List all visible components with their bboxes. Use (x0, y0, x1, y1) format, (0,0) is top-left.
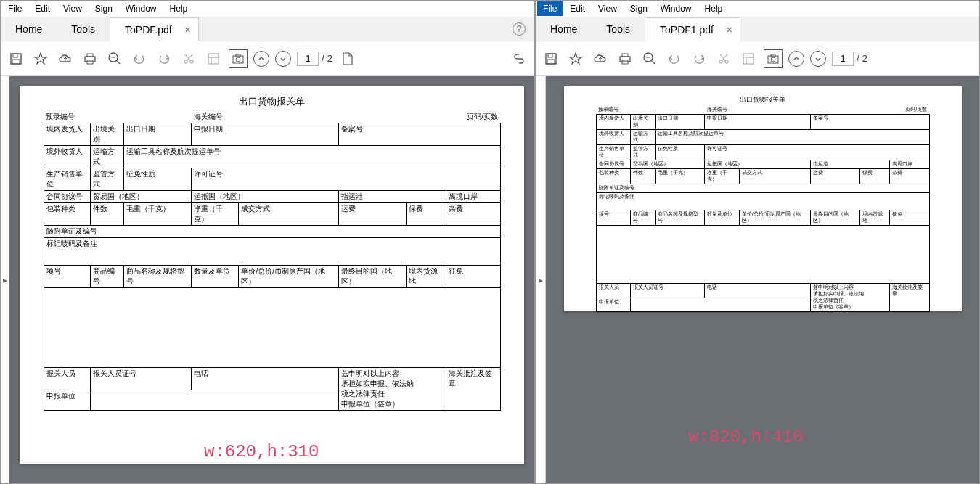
svg-rect-2 (12, 60, 20, 64)
tab-tools[interactable]: Tools (57, 17, 110, 41)
svg-rect-24 (620, 57, 630, 62)
tab-document[interactable]: ToPDF.pdf × (110, 17, 199, 41)
page-down-icon[interactable] (810, 51, 826, 67)
svg-marker-23 (570, 53, 581, 64)
sidebar-handle[interactable]: ▸ (536, 76, 546, 483)
tab-bar: Home Tools ToPDF1.pdf × (536, 17, 979, 41)
star-icon[interactable] (566, 49, 585, 68)
tab-document[interactable]: ToPDF1.pdf × (645, 17, 740, 41)
save-icon[interactable] (542, 49, 560, 68)
menu-help[interactable]: Help (699, 1, 729, 16)
menu-sign[interactable]: Sign (89, 1, 118, 16)
form-title: 出口货物报关单 (740, 95, 785, 104)
zoom-out-icon[interactable] (640, 49, 659, 68)
page-indicator: / 2 (297, 52, 332, 66)
svg-line-8 (116, 60, 120, 64)
menu-view[interactable]: View (57, 1, 88, 16)
svg-rect-34 (743, 54, 754, 64)
menu-window[interactable]: Window (655, 1, 698, 16)
print-icon[interactable] (616, 49, 634, 68)
page-icon[interactable] (338, 49, 357, 68)
menu-edit[interactable]: Edit (29, 1, 56, 16)
menu-file[interactable]: File (2, 1, 28, 16)
svg-rect-22 (547, 60, 555, 64)
page-total: 2 (862, 53, 867, 64)
form-title: 出口货物报关单 (239, 95, 305, 108)
redo-icon[interactable] (155, 49, 173, 68)
svg-rect-1 (13, 54, 17, 57)
svg-point-38 (771, 57, 775, 62)
pdf-page: 出口货物报关单 预录编号海关编号页码/页数 境内发货人出境关别出口日期申报日期备… (20, 86, 524, 464)
svg-rect-4 (85, 57, 95, 62)
print-icon[interactable] (81, 49, 99, 68)
close-icon[interactable]: × (184, 24, 190, 36)
star-icon[interactable] (31, 49, 50, 68)
undo-icon[interactable] (665, 49, 684, 68)
cloud-icon[interactable] (56, 49, 75, 68)
page-current-input[interactable] (297, 52, 319, 66)
pdf-window-left: File Edit View Sign Window Help Home Too… (0, 0, 535, 484)
sidebar-handle[interactable]: ▸ (1, 76, 9, 483)
toolbar: / 2 (1, 41, 534, 76)
save-icon[interactable] (7, 49, 25, 68)
help-icon[interactable]: ? (513, 22, 526, 36)
snapshot-icon[interactable] (229, 49, 248, 68)
menu-sign[interactable]: Sign (624, 1, 653, 16)
zoom-out-icon[interactable] (105, 49, 124, 68)
page-down-icon[interactable] (275, 51, 291, 67)
menu-view[interactable]: View (592, 1, 623, 16)
tab-tools[interactable]: Tools (592, 17, 645, 41)
svg-point-18 (236, 57, 240, 62)
tab-home[interactable]: Home (1, 17, 57, 41)
dimension-annotation: w:820,h:410 (688, 427, 803, 447)
menu-edit[interactable]: Edit (564, 1, 591, 16)
menubar: File Edit View Sign Window Help (536, 1, 979, 17)
cut-icon[interactable] (179, 49, 198, 68)
link-icon[interactable] (510, 49, 528, 68)
svg-line-28 (651, 60, 655, 64)
pdf-window-right: File Edit View Sign Window Help Home Too… (535, 0, 980, 484)
page-sep: / (857, 53, 859, 64)
customs-form: 预录编号海关编号页码/页数 境内发货人出境关别出口日期申报日期备案号 境外收货人… (44, 111, 501, 411)
page-layout-icon[interactable] (739, 49, 758, 68)
customs-form: 预录编号海关编号页码/页数 境内发货人出境关别出口日期申报日期备案号 境外收货人… (596, 106, 930, 312)
page-current-input[interactable] (832, 52, 854, 66)
tab-bar: Home Tools ToPDF.pdf × ? (1, 17, 534, 41)
toolbar: / 2 (536, 41, 979, 76)
svg-rect-21 (548, 54, 552, 57)
tab-home[interactable]: Home (536, 17, 592, 41)
page-up-icon[interactable] (788, 51, 804, 67)
svg-rect-14 (208, 54, 219, 64)
page-indicator: / 2 (832, 52, 867, 66)
menu-window[interactable]: Window (120, 1, 163, 16)
content-area: ▸ 出口货物报关单 预录编号海关编号页码/页数 境内发货人出境关别出口日期申报日… (536, 76, 979, 483)
close-icon[interactable]: × (727, 24, 732, 36)
redo-icon[interactable] (690, 49, 709, 68)
tab-document-label: ToPDF1.pdf (660, 24, 714, 36)
pdf-page: 出口货物报关单 预录编号海关编号页码/页数 境内发货人出境关别出口日期申报日期备… (564, 86, 962, 311)
dimension-annotation: w:620,h:310 (204, 442, 319, 462)
snapshot-icon[interactable] (764, 49, 783, 68)
page-viewport[interactable]: 出口货物报关单 预录编号海关编号页码/页数 境内发货人出境关别出口日期申报日期备… (546, 76, 979, 483)
tab-document-label: ToPDF.pdf (125, 24, 172, 36)
page-layout-icon[interactable] (204, 49, 223, 68)
page-total: 2 (327, 53, 332, 64)
menubar: File Edit View Sign Window Help (1, 1, 534, 17)
svg-marker-3 (35, 53, 46, 64)
cut-icon[interactable] (714, 49, 733, 68)
page-sep: / (322, 53, 324, 64)
page-viewport[interactable]: 出口货物报关单 预录编号海关编号页码/页数 境内发货人出境关别出口日期申报日期备… (9, 76, 534, 483)
menu-file[interactable]: File (537, 1, 563, 16)
cloud-icon[interactable] (591, 49, 610, 68)
menu-help[interactable]: Help (164, 1, 194, 16)
content-area: ▸ 出口货物报关单 预录编号海关编号页码/页数 境内发货人出境关别出口日期申报日… (1, 76, 534, 483)
page-up-icon[interactable] (253, 51, 269, 67)
undo-icon[interactable] (130, 49, 149, 68)
